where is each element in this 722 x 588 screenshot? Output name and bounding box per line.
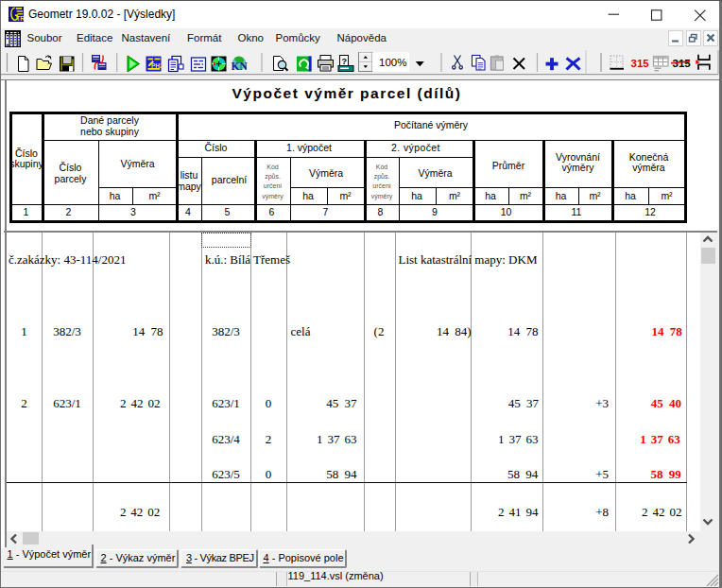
svg-text:PH2: PH2: [151, 62, 163, 69]
svg-text:100%: 100%: [379, 57, 406, 68]
svg-text:315: 315: [631, 58, 650, 69]
svg-text:TR: TR: [16, 15, 24, 22]
svg-text:?: ?: [342, 57, 348, 66]
svg-text:KN: KN: [232, 61, 249, 72]
